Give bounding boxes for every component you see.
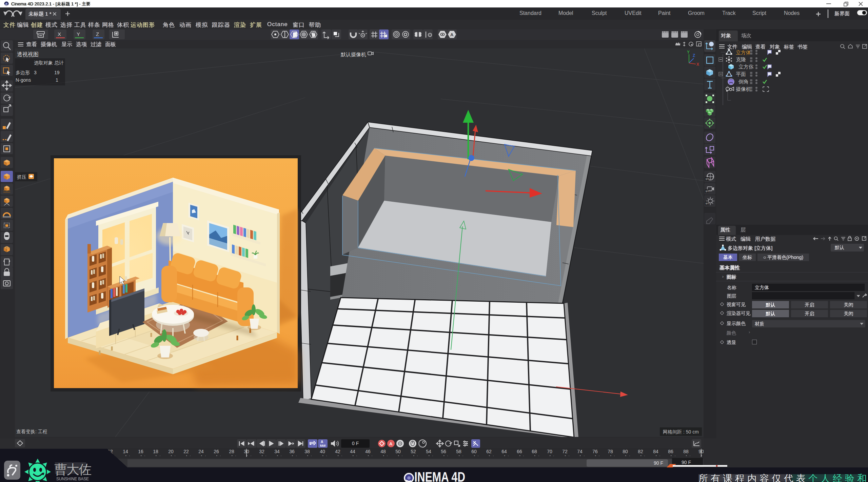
svg-text:32: 32 <box>259 449 264 454</box>
svg-text:80: 80 <box>623 449 628 454</box>
svg-text:52: 52 <box>411 449 416 454</box>
svg-text:A: A <box>450 32 454 37</box>
svg-text:88: 88 <box>683 449 689 454</box>
svg-text:42: 42 <box>335 449 340 454</box>
svg-text:多边形: 多边形 <box>16 70 30 75</box>
svg-text:78: 78 <box>608 449 613 454</box>
svg-text:摄像机: 摄像机 <box>736 86 751 92</box>
svg-text:20: 20 <box>168 449 174 454</box>
svg-text:12: 12 <box>107 449 113 454</box>
svg-text:平面: 平面 <box>736 71 746 77</box>
svg-text:挤压: 挤压 <box>17 174 26 180</box>
svg-text:X: X <box>696 62 699 67</box>
svg-text:74: 74 <box>577 449 583 454</box>
svg-text:1: 1 <box>56 77 58 83</box>
svg-text:克隆: 克隆 <box>736 57 746 62</box>
svg-text:默认摄像机: 默认摄像机 <box>340 52 366 57</box>
svg-text:38: 38 <box>304 449 310 454</box>
svg-text:所有课程内容仅代表个人经验和观点: 所有课程内容仅代表个人经验和观点 <box>698 473 868 482</box>
svg-text:透视视图: 透视视图 <box>17 52 39 57</box>
svg-text:Z: Z <box>96 31 99 37</box>
svg-text:22: 22 <box>183 449 189 454</box>
svg-text:44: 44 <box>350 449 355 454</box>
svg-text:Y: Y <box>687 50 690 55</box>
svg-text:3: 3 <box>34 70 37 75</box>
svg-text:A: A <box>321 440 323 444</box>
svg-text:24: 24 <box>198 449 204 454</box>
svg-text:36: 36 <box>289 449 295 454</box>
svg-text:90 F: 90 F <box>654 460 663 466</box>
svg-text:倒角: 倒角 <box>738 79 749 84</box>
svg-text:90 F: 90 F <box>682 460 691 465</box>
svg-text:ST: ST <box>706 202 709 205</box>
svg-text:62: 62 <box>486 449 492 454</box>
svg-text:26: 26 <box>214 449 219 454</box>
svg-text:Z: Z <box>693 53 695 58</box>
svg-text:INEMA 4D: INEMA 4D <box>414 469 465 482</box>
svg-text:Y: Y <box>77 31 80 37</box>
svg-text:28: 28 <box>229 449 234 454</box>
svg-text:网格间距 : 50 cm: 网格间距 : 50 cm <box>663 429 699 435</box>
svg-text:46: 46 <box>365 449 371 454</box>
svg-text:58: 58 <box>456 449 461 454</box>
svg-text:54: 54 <box>426 449 431 454</box>
svg-text:查看变换: 工程: 查看变换: 工程 <box>16 429 47 434</box>
svg-text:18: 18 <box>153 449 158 454</box>
svg-text:76: 76 <box>592 449 598 454</box>
svg-text:X: X <box>58 31 61 37</box>
svg-text:N-gons: N-gons <box>16 77 31 83</box>
svg-text:56: 56 <box>441 449 446 454</box>
svg-text:14: 14 <box>123 449 128 454</box>
svg-text:19: 19 <box>54 70 60 75</box>
svg-text:60: 60 <box>471 449 477 454</box>
svg-text:ST: ST <box>706 178 709 181</box>
svg-text:82: 82 <box>638 449 643 454</box>
svg-text:66: 66 <box>517 449 522 454</box>
svg-text:34: 34 <box>274 449 280 454</box>
svg-text:48: 48 <box>380 449 386 454</box>
svg-text:64: 64 <box>501 449 507 454</box>
svg-text:选取对象: 选取对象 <box>34 60 53 65</box>
svg-text:总计: 总计 <box>54 60 64 65</box>
svg-text:86: 86 <box>668 449 673 454</box>
svg-text:ST: ST <box>706 190 709 193</box>
svg-text:0 F: 0 F <box>352 441 359 446</box>
svg-text:84: 84 <box>653 449 658 454</box>
svg-text:70: 70 <box>547 449 552 454</box>
svg-text:50: 50 <box>395 449 401 454</box>
svg-text:68: 68 <box>532 449 537 454</box>
svg-text:16: 16 <box>138 449 143 454</box>
svg-text:SUNSHINE BASE: SUNSHINE BASE <box>56 477 89 481</box>
svg-text:A: A <box>389 441 393 446</box>
svg-text:立方体: 立方体 <box>736 49 751 55</box>
svg-text:40: 40 <box>320 449 325 454</box>
svg-text:72: 72 <box>562 449 568 454</box>
